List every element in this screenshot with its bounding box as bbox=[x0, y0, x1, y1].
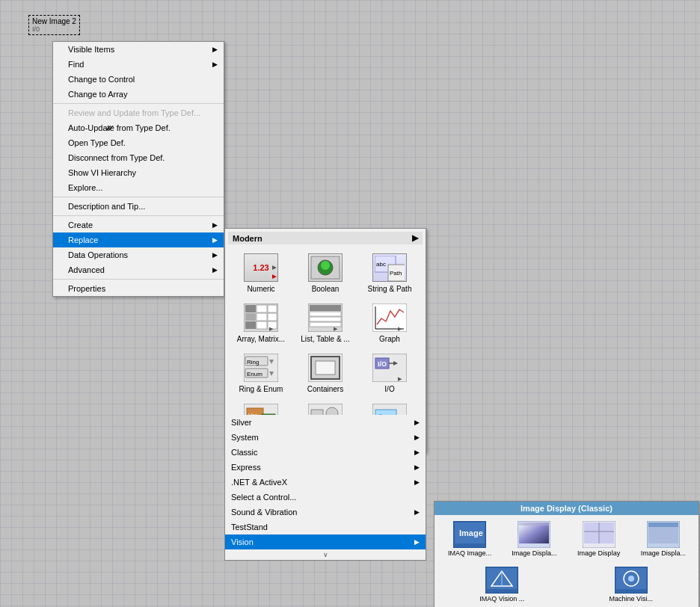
svg-rect-24 bbox=[372, 304, 407, 332]
menu-item-show-vi-hierarchy[interactable]: Show VI Hierarchy bbox=[53, 165, 224, 180]
canvas-element-icon: I/0 bbox=[32, 25, 76, 33]
menu-item-auto-update[interactable]: ✓ Auto-Update from Type Def. bbox=[53, 120, 224, 135]
menu-separator bbox=[53, 103, 224, 104]
modern-item-ring-enum[interactable]: Ring Enum Ring & Enum bbox=[230, 349, 292, 398]
menu-item-replace[interactable]: Replace ▶ bbox=[53, 232, 224, 247]
svg-rect-21 bbox=[310, 317, 341, 321]
list-icon: ▶ bbox=[306, 302, 345, 333]
menu-item-disconnect-type-def[interactable]: Disconnect from Type Def. bbox=[53, 150, 224, 165]
svg-rect-8 bbox=[245, 305, 256, 312]
menu-item-properties[interactable]: Properties bbox=[53, 281, 224, 296]
submenu-modern-header: Modern ▶ bbox=[228, 232, 423, 244]
menu-item-net-activex[interactable]: .NET & ActiveX ▶ bbox=[225, 475, 426, 490]
canvas-element-label: New Image 2 bbox=[32, 17, 76, 25]
numeric-label: Numeric bbox=[247, 285, 274, 294]
submenu-modern-arrow: ▶ bbox=[412, 233, 418, 243]
imaq-vision-icon bbox=[485, 567, 518, 594]
svg-text:I/O: I/O bbox=[378, 360, 387, 368]
menu-item-change-to-array[interactable]: Change to Array bbox=[53, 87, 224, 102]
menu-item-select-control[interactable]: Select a Control... bbox=[225, 490, 426, 505]
modern-item-list-table[interactable]: ▶ List, Table & ... bbox=[294, 299, 357, 348]
graph-svg: ▶ bbox=[372, 304, 407, 332]
io-svg: I/O ▶ bbox=[372, 354, 407, 382]
canvas-element: New Image 2 I/0 bbox=[28, 15, 80, 35]
boolean-icon bbox=[306, 252, 345, 283]
svg-rect-14 bbox=[268, 305, 277, 312]
graph-icon: ▶ bbox=[370, 302, 409, 333]
image-display-item-3[interactable]: Image Displa... bbox=[633, 520, 694, 559]
image-display-item-machine-vision[interactable]: Machine Visi... bbox=[568, 565, 695, 605]
menu-item-teststand[interactable]: TestStand bbox=[225, 520, 426, 534]
svg-rect-71 bbox=[648, 523, 678, 527]
ring-svg: Ring Enum bbox=[244, 354, 278, 382]
modern-item-graph[interactable]: ▶ Graph bbox=[358, 299, 421, 348]
array-icon: ▶ bbox=[242, 302, 280, 333]
menu-item-sound-vibration[interactable]: Sound & Vibration ▶ bbox=[225, 505, 426, 520]
machine-vision-label: Machine Visi... bbox=[610, 595, 653, 603]
submenu-arrow: ▶ bbox=[212, 46, 218, 53]
svg-rect-12 bbox=[257, 313, 267, 321]
menu-item-advanced[interactable]: Advanced ▶ bbox=[53, 262, 224, 277]
modern-item-string-path[interactable]: abc Path String & Path bbox=[358, 249, 421, 298]
image-display-label-1: Image Displa... bbox=[512, 549, 556, 558]
image-display3-svg bbox=[647, 521, 680, 548]
list-label: List, Table & ... bbox=[301, 335, 349, 344]
submenu-arrow-net: ▶ bbox=[414, 478, 420, 486]
menu-separator-4 bbox=[53, 279, 224, 280]
imaq-image-label: IMAQ Image... bbox=[448, 549, 491, 558]
menu-item-create[interactable]: Create ▶ bbox=[53, 218, 224, 232]
menu-item-express[interactable]: Express ▶ bbox=[225, 460, 426, 475]
menu-item-classic[interactable]: Classic ▶ bbox=[225, 445, 426, 460]
menu-item-explore[interactable]: Explore... bbox=[53, 180, 224, 195]
menu-item-data-operations[interactable]: Data Operations ▶ bbox=[53, 247, 224, 262]
submenu-arrow-sound: ▶ bbox=[414, 508, 420, 516]
image-display-row2: IMAQ Vision ... Machine Visi... bbox=[435, 564, 699, 607]
submenu-arrow: ▶ bbox=[212, 61, 218, 68]
array-label: Array, Matrix... bbox=[237, 335, 285, 344]
modern-item-numeric[interactable]: 1.23 ▶ Numeric bbox=[230, 249, 292, 298]
svg-rect-19 bbox=[310, 305, 341, 311]
menu-item-vision[interactable]: Vision ▶ bbox=[225, 534, 426, 549]
image-display-panel: Image Display (Classic) Image IMAQ Image… bbox=[434, 501, 699, 607]
menu-item-silver[interactable]: Silver ▶ bbox=[225, 415, 426, 430]
imaq-vision-label: IMAQ Vision ... bbox=[479, 595, 524, 603]
string-icon: abc Path bbox=[370, 252, 409, 283]
image-display-icon-3 bbox=[647, 521, 680, 548]
svg-rect-20 bbox=[310, 312, 341, 316]
modern-item-array[interactable]: ▶ Array, Matrix... bbox=[230, 299, 292, 348]
image-display-label-3: Image Displa... bbox=[641, 549, 686, 558]
menu-item-open-type-def[interactable]: Open Type Def. bbox=[53, 135, 224, 150]
menu-item-find[interactable]: Find ▶ bbox=[53, 57, 224, 72]
string-svg: abc Path bbox=[375, 256, 405, 284]
submenu-arrow: ▶ bbox=[212, 251, 218, 259]
svg-rect-15 bbox=[268, 313, 277, 321]
graph-label: Graph bbox=[379, 335, 400, 344]
image-display-item-imaq-image[interactable]: Image IMAQ Image... bbox=[439, 520, 500, 559]
modern-item-boolean[interactable]: Boolean bbox=[294, 249, 357, 298]
machine-vision-svg bbox=[615, 567, 648, 594]
image-display-item-2[interactable]: Image Display bbox=[568, 520, 630, 559]
menu-item-visible-items[interactable]: Visible Items ▶ bbox=[53, 42, 224, 57]
menu-item-description-tip[interactable]: Description and Tip... bbox=[53, 199, 224, 214]
svg-text:Path: Path bbox=[390, 270, 402, 277]
svg-rect-64 bbox=[519, 523, 549, 526]
svg-text:abc: abc bbox=[376, 261, 386, 268]
image-display-icon-2 bbox=[583, 521, 615, 548]
containers-icon bbox=[306, 352, 345, 383]
svg-rect-13 bbox=[257, 321, 267, 329]
image-display-item-1[interactable]: Image Displa... bbox=[503, 520, 565, 559]
submenu-arrow-classic: ▶ bbox=[414, 449, 420, 456]
machine-vision-icon bbox=[615, 567, 648, 594]
io-label: I/O bbox=[384, 385, 394, 394]
modern-item-io[interactable]: I/O ▶ I/O bbox=[358, 349, 421, 398]
io-icon: I/O ▶ bbox=[370, 352, 409, 383]
imaq-image-svg: Image bbox=[453, 521, 486, 548]
menu-item-change-to-control[interactable]: Change to Control bbox=[53, 72, 224, 87]
image-display-item-imaq-vision[interactable]: IMAQ Vision ... bbox=[439, 565, 565, 605]
image-display-label-2: Image Display bbox=[577, 549, 620, 558]
svg-point-79 bbox=[628, 576, 634, 582]
submenu-below: Silver ▶ System ▶ Classic ▶ Express ▶ .N… bbox=[224, 415, 426, 561]
menu-item-system[interactable]: System ▶ bbox=[225, 430, 426, 445]
svg-rect-9 bbox=[245, 313, 256, 321]
modern-item-containers[interactable]: Containers bbox=[294, 349, 357, 398]
